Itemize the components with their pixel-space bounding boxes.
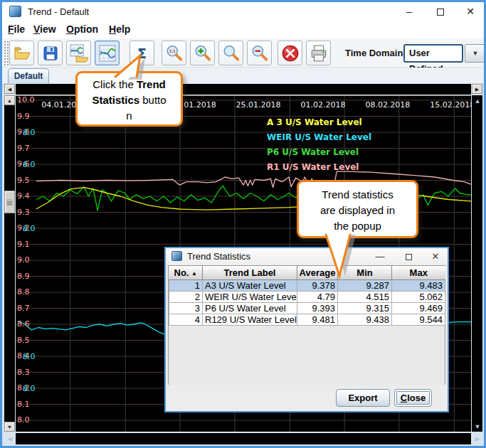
- y-axis-label: 9.4: [17, 191, 30, 201]
- y-axis-label: 8.6: [17, 319, 30, 329]
- left-vscroll-track[interactable]: [4, 95, 15, 432]
- callout-text-line: the popup: [299, 218, 416, 234]
- time-domain-combo[interactable]: User Defined ▼: [403, 44, 486, 63]
- callout-trend-statistics-hint: Click the TrendStatistics button: [75, 71, 183, 127]
- table-cell: 9.393: [297, 302, 338, 314]
- y-axis-label: 9.3: [17, 208, 30, 217]
- top-hscroll-right-button[interactable]: ▶: [472, 84, 482, 94]
- arrow-up-icon[interactable]: ▲: [472, 97, 482, 105]
- y-axis-label: 9.5: [17, 176, 30, 185]
- menu-file[interactable]: File: [8, 23, 25, 35]
- table-row[interactable]: 4R129 U/S Water Level9.4819.4389.544: [169, 314, 445, 325]
- trend-chart-button[interactable]: [95, 41, 120, 65]
- open-trend-button[interactable]: [66, 41, 91, 65]
- table-header-row: No. ▲ Trend Label Average Min Max: [169, 266, 445, 279]
- trend-statistics-popup: Trend Statistics — ✕ No. ▲ Trend Label A…: [164, 247, 449, 412]
- callout-text-line: Statistics butto: [78, 92, 181, 108]
- popup-icon: [171, 251, 182, 261]
- left-vscroll-up-button[interactable]: ▲: [4, 95, 15, 105]
- column-min[interactable]: Min: [338, 266, 392, 279]
- legend-item: A 3 U/S Water Level: [267, 115, 371, 130]
- arrow-down-icon[interactable]: ▼: [472, 423, 482, 430]
- popup-minimize-button[interactable]: —: [369, 248, 391, 265]
- left-vscroll-thumb[interactable]: [4, 191, 15, 213]
- y-axis-overlay-label: 6.0: [23, 160, 36, 169]
- x-axis-date-label: 08.02.2018: [365, 100, 410, 110]
- menu-help[interactable]: Help: [109, 23, 130, 35]
- arrow-down-icon: ▼: [7, 425, 12, 430]
- top-hscroll-left-button[interactable]: ◀: [4, 84, 15, 94]
- table-row[interactable]: 3P6 U/S Water Level9.3939.3159.469: [169, 302, 445, 314]
- zoom-out-button[interactable]: [247, 41, 272, 65]
- column-average[interactable]: Average: [297, 266, 338, 279]
- close-button-popup[interactable]: Close: [394, 389, 432, 407]
- popup-maximize-button[interactable]: [398, 248, 419, 265]
- y-axis-label: 8.5: [17, 336, 30, 345]
- y-axis-overlay-label: 8.0: [23, 352, 36, 361]
- arrow-left-icon[interactable]: ◀: [5, 435, 15, 442]
- table-row[interactable]: 1A3 U/S Water Level9.3789.2879.483: [169, 279, 445, 291]
- title-bar[interactable]: Trend - Default – ✕: [2, 2, 484, 21]
- time-domain-value[interactable]: User Defined: [403, 44, 463, 63]
- popup-title-bar[interactable]: Trend Statistics — ✕: [166, 248, 448, 265]
- table-cell: 9.315: [338, 302, 392, 314]
- combo-dropdown-button[interactable]: ▼: [465, 44, 486, 63]
- arrow-right-icon[interactable]: ▶: [472, 435, 482, 442]
- chart-folder-icon: [69, 43, 89, 63]
- y-axis-label: 10.0: [17, 95, 35, 105]
- table-cell: A3 U/S Water Level: [203, 279, 297, 291]
- close-button[interactable]: ✕: [458, 2, 482, 21]
- printer-icon: [310, 44, 328, 63]
- x-axis-date-label: 01.02.2018: [301, 100, 346, 110]
- stop-button[interactable]: [278, 41, 302, 65]
- y-axis-label: 8.0: [17, 415, 30, 425]
- statistics-table-area: No. ▲ Trend Label Average Min Max 1A3 U/…: [168, 265, 445, 385]
- export-button[interactable]: Export: [336, 389, 390, 407]
- menu-option[interactable]: Option: [66, 23, 98, 35]
- column-no[interactable]: No. ▲: [169, 266, 203, 279]
- table-cell: 4: [169, 314, 203, 325]
- zoom-select-button[interactable]: [218, 41, 243, 65]
- column-trend-label[interactable]: Trend Label: [203, 266, 297, 279]
- tab-default[interactable]: Default: [8, 68, 49, 83]
- right-vscroll-track[interactable]: [472, 95, 482, 432]
- zoom-actual-button[interactable]: 1:1: [162, 41, 186, 65]
- floppy-icon: [42, 45, 59, 62]
- table-row[interactable]: 2WEIR U/S Water Level4.794.5155.062: [169, 291, 445, 302]
- y-axis-label: 8.7: [17, 304, 30, 313]
- time-domain-label: Time Domain:: [345, 48, 406, 58]
- y-axis-label: 9.9: [17, 112, 30, 121]
- menu-bar: File View Option Help: [2, 21, 484, 38]
- zoom-out-icon: [250, 44, 269, 63]
- popup-close-button[interactable]: ✕: [425, 248, 446, 265]
- y-axis-label: 8.3: [17, 368, 30, 377]
- maximize-icon: [437, 9, 444, 16]
- save-button[interactable]: [38, 41, 63, 65]
- callout-popup-hint: Trend statisticsare displayed inthe popu…: [297, 180, 418, 238]
- maximize-button[interactable]: [428, 2, 453, 21]
- zoom-in-button[interactable]: [190, 41, 215, 65]
- menu-view[interactable]: View: [33, 23, 56, 35]
- column-max[interactable]: Max: [392, 266, 445, 279]
- y-axis-overlay-label: 8.0: [23, 128, 36, 137]
- open-button[interactable]: [9, 41, 34, 65]
- legend-item: P6 U/S Water Level: [267, 145, 371, 160]
- table-cell: 9.483: [392, 279, 445, 291]
- print-button[interactable]: [306, 41, 331, 65]
- table-cell: 9.287: [338, 279, 392, 291]
- y-axis-overlay-label: 8.0: [23, 224, 36, 233]
- toolbar: Σ 1:1: [2, 38, 484, 68]
- y-axis-label: 9.7: [17, 144, 30, 153]
- left-vscroll-down-button[interactable]: ▼: [4, 422, 15, 432]
- svg-text:1:1: 1:1: [169, 48, 175, 53]
- minimize-button[interactable]: –: [397, 2, 421, 21]
- legend-item: WEIR U/S Water Level: [267, 130, 371, 145]
- toolbar-grip[interactable]: [4, 41, 9, 65]
- popup-maximize-icon: [406, 254, 412, 260]
- bottom-hscroll-track[interactable]: [16, 433, 471, 444]
- y-axis-label: 9.1: [17, 240, 30, 249]
- legend-item: R1 U/S Water Level: [267, 160, 371, 175]
- callout-text-line: n: [78, 108, 181, 124]
- trend-statistics-button[interactable]: Σ: [130, 41, 154, 65]
- arrow-right-icon: ▶: [475, 87, 479, 92]
